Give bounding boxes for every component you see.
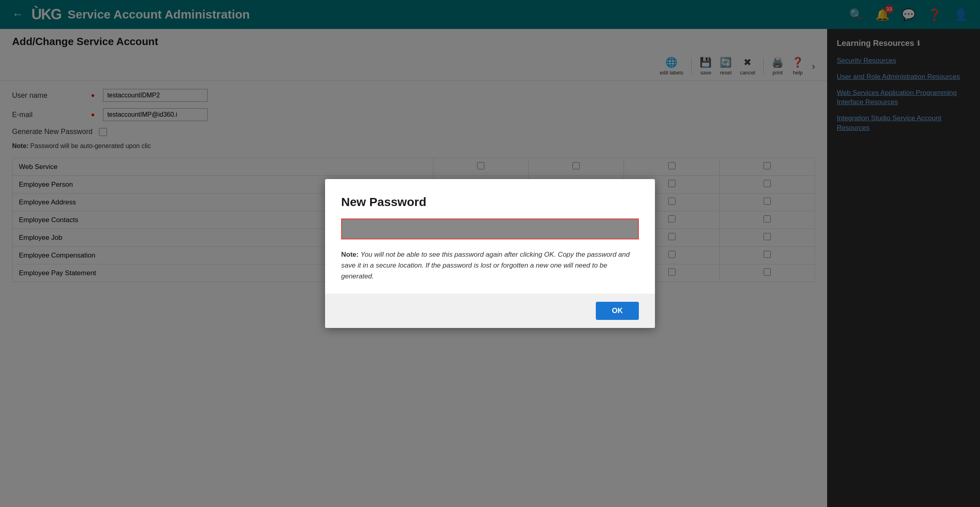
new-password-modal: New Password Note: You will not be able … (325, 179, 655, 328)
modal-body: New Password Note: You will not be able … (325, 179, 655, 294)
modal-note-label: Note: (341, 251, 358, 258)
modal-backdrop: New Password Note: You will not be able … (0, 0, 980, 507)
modal-footer: OK (325, 294, 655, 328)
modal-note: Note: You will not be able to see this p… (341, 249, 639, 282)
ok-button[interactable]: OK (596, 302, 639, 320)
modal-title: New Password (341, 195, 639, 209)
password-display-field (341, 218, 639, 239)
modal-note-text: You will not be able to see this passwor… (341, 251, 630, 280)
